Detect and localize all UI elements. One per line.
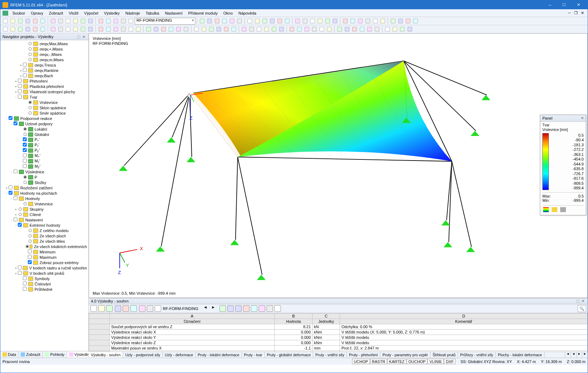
results-toolbar-button[interactable] xyxy=(235,305,242,312)
results-toolbar-button[interactable] xyxy=(266,305,273,312)
navigator-tree[interactable]: σeqv,Max,Misesσeqv,+,Misesσeqv,-,Misesσe… xyxy=(0,40,88,351)
tree-radio[interactable] xyxy=(23,132,27,137)
toolbar-button[interactable] xyxy=(246,17,253,25)
tree-item[interactable]: -Nastavení xyxy=(0,217,88,222)
tree-checkbox[interactable] xyxy=(23,148,27,152)
maximize-button[interactable]: ☐ xyxy=(557,0,571,9)
tree-radio[interactable] xyxy=(28,52,32,57)
toolbar-button[interactable] xyxy=(39,26,46,33)
results-toolbar-button[interactable] xyxy=(258,305,265,312)
tree-item[interactable]: Maximum xyxy=(0,254,88,260)
close-button[interactable]: ✕ xyxy=(571,0,586,9)
tab-scroll-icon[interactable]: ◄ xyxy=(571,352,576,358)
results-pin-icon[interactable]: ⬚ xyxy=(575,299,581,303)
tree-checkbox[interactable] xyxy=(18,79,22,83)
table-row[interactable]: Výslednice reakcí okolo Y0.000kNmV těžiš… xyxy=(89,335,588,340)
menu-nastavení[interactable]: Nastavení xyxy=(162,10,186,16)
menu-výpočet[interactable]: Výpočet xyxy=(81,10,101,16)
menu-zobrazit[interactable]: Zobrazit xyxy=(46,10,66,16)
tree-item[interactable]: σeqv,m,Mises xyxy=(0,57,88,62)
tree-radio[interactable] xyxy=(28,228,32,233)
snap-toggle[interactable]: DXF xyxy=(444,359,455,364)
toolbar-button[interactable] xyxy=(105,17,112,25)
toolbar-button[interactable] xyxy=(198,17,206,25)
toolbar-button[interactable] xyxy=(213,17,221,25)
toolbar-button[interactable] xyxy=(208,26,215,33)
results-toolbar-button[interactable] xyxy=(106,305,113,312)
results-tab[interactable]: Pruty - vnitřní síly xyxy=(313,352,347,358)
results-toolbar-button[interactable] xyxy=(274,305,281,312)
toolbar-button[interactable] xyxy=(221,17,228,25)
menu-nápověda[interactable]: Nápověda xyxy=(236,10,259,16)
tree-checkbox[interactable] xyxy=(18,89,22,93)
toolbar-button[interactable] xyxy=(261,17,268,25)
toolbar-button[interactable] xyxy=(97,17,104,25)
results-tab[interactable]: Pruty - lokální deformace xyxy=(196,352,242,358)
palette-icon[interactable] xyxy=(543,207,549,212)
toolbar-button[interactable] xyxy=(127,26,134,33)
snap-toggle[interactable]: VLINIE xyxy=(428,359,444,364)
tree-radio[interactable] xyxy=(28,57,32,62)
snap-toggle[interactable]: UCHOP xyxy=(352,359,370,364)
view-3d[interactable]: Vrstevnice [mm] RF-FORM-FINDING xyxy=(89,33,588,298)
results-toolbar-button[interactable] xyxy=(243,305,250,312)
tree-checkbox[interactable] xyxy=(14,196,17,200)
tree-radio[interactable] xyxy=(26,244,29,249)
nav-tab-data[interactable]: Data xyxy=(0,351,19,358)
toolbar-button[interactable] xyxy=(24,17,31,25)
toolbar-button[interactable] xyxy=(294,17,301,25)
tree-radio[interactable] xyxy=(23,180,27,185)
toolbar-button[interactable] xyxy=(97,26,104,33)
toolbar-button[interactable] xyxy=(105,26,112,33)
toolbar-button[interactable] xyxy=(349,17,356,25)
toolbar-button[interactable] xyxy=(316,17,324,25)
toolbar-button[interactable] xyxy=(120,17,127,25)
results-tab[interactable]: Plochy - lokální deformace xyxy=(496,352,545,358)
tree-checkbox[interactable] xyxy=(23,73,27,77)
tree-item[interactable]: +Cílené xyxy=(0,212,88,217)
toolbar-button[interactable] xyxy=(379,17,386,25)
results-toolbar-button[interactable] xyxy=(251,305,258,312)
tree-item[interactable]: M𝓏' xyxy=(0,164,88,169)
results-tab[interactable]: Průřezy - vnitřní síly xyxy=(458,352,496,358)
tree-radio[interactable] xyxy=(23,201,27,206)
table-row[interactable]: Výslednice reakcí okolo X0.000kNmV těžiš… xyxy=(89,330,588,335)
menu-přídavné moduly[interactable]: Přídavné moduly xyxy=(185,10,221,16)
tree-checkbox[interactable] xyxy=(23,137,27,141)
results-table[interactable]: ABCDOznačeníHodnotaJednotkyKomentářSouče… xyxy=(89,313,588,352)
tree-item[interactable]: +Vlastnosti izotropní plochy xyxy=(0,89,88,94)
toolbar-button[interactable] xyxy=(72,26,79,33)
tree-checkbox[interactable] xyxy=(14,169,17,173)
tree-item[interactable]: Pₓ' xyxy=(0,137,88,142)
magnify-icon[interactable]: 🔍 xyxy=(578,305,586,312)
toolbar-button[interactable] xyxy=(57,17,64,25)
tree-checkbox[interactable] xyxy=(23,287,27,291)
tab-scroll-icon[interactable]: ► xyxy=(582,352,588,358)
tree-radio[interactable] xyxy=(28,233,32,238)
toolbar-button[interactable] xyxy=(135,26,142,33)
tree-checkbox[interactable] xyxy=(23,164,27,168)
tab-scroll-icon[interactable]: ► xyxy=(576,352,582,358)
toolbar-button[interactable] xyxy=(301,17,309,25)
toolbar-button[interactable] xyxy=(230,26,237,33)
tree-item[interactable]: +V bodech rastru a ručně vytvořen xyxy=(0,265,88,270)
tree-checkbox[interactable] xyxy=(23,63,27,67)
toolbar-button[interactable] xyxy=(87,17,94,25)
snap-toggle[interactable]: OUCHOP xyxy=(407,359,427,364)
tree-checkbox[interactable] xyxy=(28,249,32,253)
tree-item[interactable]: Sklon spádnice xyxy=(0,105,88,110)
toolbar-button[interactable] xyxy=(288,26,295,33)
toolbar-button[interactable] xyxy=(399,26,406,33)
tree-radio[interactable] xyxy=(18,212,22,217)
toolbar-button[interactable] xyxy=(391,26,398,33)
menu-okno[interactable]: Okno xyxy=(221,10,236,16)
prev-icon[interactable]: ◄ xyxy=(203,305,211,312)
toolbar-button[interactable] xyxy=(215,26,222,33)
menu-vložit[interactable]: Vložit xyxy=(66,10,81,16)
tree-radio[interactable] xyxy=(28,47,32,51)
toolbar-button[interactable] xyxy=(145,26,152,33)
results-combo[interactable]: RF-FORM-FINDING xyxy=(163,306,202,311)
tab-scroll-icon[interactable]: ◄ xyxy=(565,352,571,358)
toolbar-button[interactable] xyxy=(79,26,87,33)
tree-item[interactable]: +Rozložení zatížení xyxy=(0,185,88,190)
